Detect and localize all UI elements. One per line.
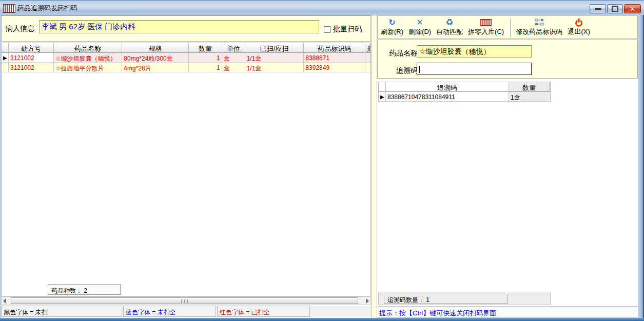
- header-trace-qty[interactable]: 数量: [509, 82, 550, 92]
- header-drug-name[interactable]: 药品名称: [54, 43, 123, 53]
- drug-count-box: 药品种数： 2: [48, 284, 121, 295]
- cell-drug-name: ☆拉西地平分散片: [54, 63, 123, 72]
- hint-bar: 提示：按【Ctrl】键可快速关闭扫码界面: [377, 306, 638, 318]
- maximize-icon: [612, 6, 618, 12]
- refresh-button[interactable]: ↻ 刷新(R): [381, 17, 403, 36]
- cell-drug-id: 8392849: [304, 63, 365, 72]
- unpack-inbound-button[interactable]: 拆零入库(C): [468, 17, 504, 36]
- replace-icon: [535, 17, 544, 27]
- auto-match-button[interactable]: ♻ 自动匹配: [436, 17, 463, 36]
- cell-spec: 80mg*24粒/300盒: [122, 53, 189, 63]
- modify-drug-id-label: 修改药品标识码: [516, 27, 562, 36]
- row-pointer-icon: ▶: [2, 53, 9, 63]
- prescription-table-header: 处方号 药品名称 规格 数量 单位 已扫/应扫 药品标识码 批: [2, 43, 370, 53]
- trace-code-table: 追溯码 数量 ▶ 83886710478311084911 1盒: [378, 82, 551, 102]
- row-indicator: [2, 63, 9, 72]
- window-border-bottom: [0, 318, 644, 321]
- cell-quantity: 1: [189, 53, 222, 63]
- close-button[interactable]: ✕: [624, 4, 641, 13]
- maximize-button[interactable]: [607, 4, 623, 13]
- title-bar: 药品追溯码发药扫码 ✕: [0, 1, 644, 15]
- panel-splitter[interactable]: [371, 15, 377, 318]
- window-title: 药品追溯码发药扫码: [17, 4, 77, 13]
- cell-quantity: 1: [189, 63, 222, 72]
- scroll-right-arrow-icon[interactable]: [366, 298, 369, 304]
- drug-name-field[interactable]: ☆缬沙坦胶囊（穗悦）: [417, 45, 532, 58]
- app-window: 药品追溯码发药扫码 ✕ 病人信息 李斌 男 62岁 医保 门诊内科 批量扫码 处…: [0, 0, 644, 321]
- cell-unit: 盒: [222, 53, 245, 63]
- close-icon: ✕: [630, 6, 635, 12]
- header-trace-code[interactable]: 追溯码: [386, 82, 509, 92]
- scrollbar-thumb[interactable]: [11, 297, 358, 304]
- header-quantity[interactable]: 数量: [189, 43, 222, 53]
- text-caret: [419, 66, 420, 73]
- cell-spec: 4mg*28片: [122, 63, 189, 72]
- legend-red: 红色字体 = 已扫全: [217, 306, 310, 317]
- header-drug-id[interactable]: 药品标识码: [304, 43, 365, 53]
- refresh-icon: ↻: [388, 17, 395, 27]
- trace-count-box: 追溯码数量： 1: [384, 294, 508, 304]
- barcode-app-icon: [3, 4, 15, 13]
- window-border-right: [638, 15, 644, 318]
- barcode-icon: [480, 19, 492, 26]
- header-rx-number[interactable]: 处方号: [9, 43, 54, 53]
- exit-label: 退出(X): [568, 27, 590, 36]
- table-row[interactable]: 3121002 ☆拉西地平分散片 4mg*28片 1 盒 1/1盒 839284…: [2, 63, 370, 72]
- cell-trace-qty: 1盒: [509, 92, 550, 102]
- table-row[interactable]: ▶ 3121002 ☆缬沙坦胶囊（穗悦） 80mg*24粒/300盒 1 盒 1…: [2, 53, 370, 63]
- cell-drug-id: 8388671: [304, 53, 365, 63]
- drug-name-label: 药品名称: [389, 49, 418, 58]
- patient-info-panel: 病人信息 李斌 男 62岁 医保 门诊内科 批量扫码: [1, 15, 371, 42]
- batch-scan-checkbox[interactable]: [324, 26, 330, 33]
- status-bar: 黑色字体 = 未扫 蓝色字体 = 未扫全 红色字体 = 已扫全: [1, 306, 371, 317]
- unpack-inbound-label: 拆零入库(C): [468, 27, 504, 36]
- header-indicator: [379, 82, 386, 92]
- scan-panel: ↻ 刷新(R) ✕ 删除(D) ♻ 自动匹配 拆零入库(C): [377, 15, 638, 318]
- exit-button[interactable]: 退出(X): [568, 17, 590, 36]
- drug-fields-panel: 药品名称 ☆缬沙坦胶囊（穗悦） 追溯码: [377, 40, 638, 79]
- recycle-icon: ♻: [445, 17, 453, 27]
- table-row[interactable]: ▶ 83886710478311084911 1盒: [379, 92, 550, 102]
- patient-info-label: 病人信息: [6, 24, 34, 33]
- scroll-left-arrow-icon[interactable]: [3, 298, 6, 304]
- cell-drug-name: ☆缬沙坦胶囊（穗悦）: [54, 53, 123, 63]
- cell-unit: 盒: [222, 63, 245, 72]
- batch-scan-label: 批量扫码: [333, 25, 362, 34]
- header-batch-clipped[interactable]: 批: [365, 43, 370, 53]
- horizontal-scrollbar[interactable]: [1, 296, 371, 305]
- header-unit[interactable]: 单位: [222, 43, 245, 53]
- header-spec[interactable]: 规格: [122, 43, 189, 53]
- delete-icon: ✕: [416, 17, 423, 27]
- delete-label: 删除(D): [408, 27, 431, 36]
- minimize-button[interactable]: [590, 4, 606, 13]
- cell-batch: [365, 53, 370, 63]
- auto-match-label: 自动匹配: [436, 27, 463, 36]
- trace-code-label: 追溯码: [396, 66, 418, 75]
- toolbar-separator: [510, 18, 511, 37]
- scrollbar-grip-icon: [181, 299, 188, 303]
- cell-batch: [365, 63, 370, 72]
- prescription-table: 处方号 药品名称 规格 数量 单位 已扫/应扫 药品标识码 批 ▶ 312100…: [1, 43, 371, 296]
- header-indicator: [2, 43, 9, 53]
- trace-count-strip: 追溯码数量： 1: [378, 292, 551, 305]
- trace-table-header: 追溯码 数量: [379, 82, 550, 92]
- power-icon: [575, 20, 582, 27]
- refresh-label: 刷新(R): [381, 27, 403, 36]
- modify-drug-id-button[interactable]: 修改药品标识码: [516, 17, 562, 36]
- minimize-icon: [595, 8, 601, 10]
- row-pointer-icon: ▶: [379, 92, 386, 102]
- legend-black: 黑色字体 = 未扫: [1, 306, 122, 317]
- delete-button[interactable]: ✕ 删除(D): [408, 17, 431, 36]
- trace-code-input[interactable]: [417, 63, 532, 75]
- cell-rx-number: 3121002: [9, 63, 54, 72]
- header-scanned-ratio[interactable]: 已扫/应扫: [245, 43, 304, 53]
- toolbar: ↻ 刷新(R) ✕ 删除(D) ♻ 自动匹配 拆零入库(C): [377, 15, 638, 39]
- patient-info-field[interactable]: 李斌 男 62岁 医保 门诊内科: [39, 20, 319, 33]
- cell-rx-number: 3121002: [9, 53, 54, 63]
- legend-blue: 蓝色字体 = 未扫全: [123, 306, 216, 317]
- cell-trace-code: 83886710478311084911: [386, 92, 509, 102]
- cell-scanned-ratio: 1/1盒: [245, 53, 304, 63]
- cell-scanned-ratio: 1/1盒: [245, 63, 304, 72]
